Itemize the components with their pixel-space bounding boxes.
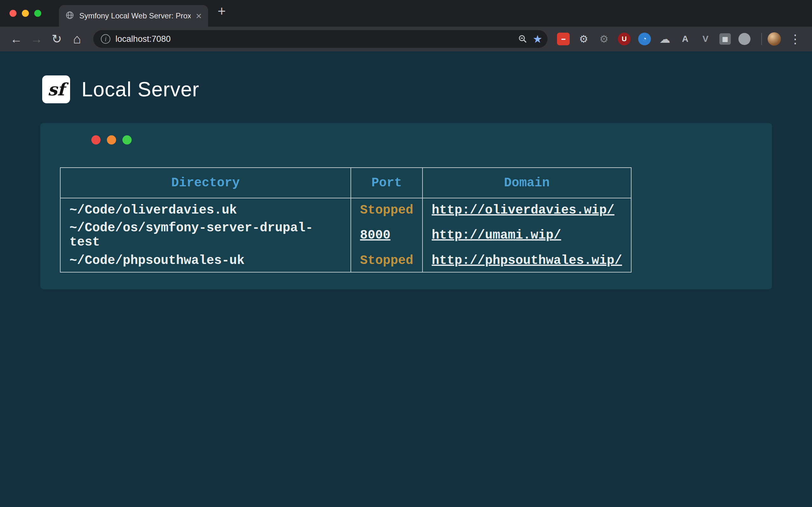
zoom-icon[interactable] <box>518 34 528 44</box>
letter-a-extension-glyph: A <box>682 35 688 43</box>
red-dots-extension-icon[interactable]: ••• <box>557 33 570 45</box>
card-green-dot-icon <box>122 135 132 145</box>
column-header-directory: Directory <box>60 168 351 198</box>
port-status: Stopped <box>360 203 413 217</box>
letter-v-extension-icon[interactable]: V <box>699 33 712 45</box>
card-orange-dot-icon <box>107 135 116 145</box>
tab-close-icon[interactable]: × <box>196 11 202 21</box>
grid-extension-glyph: ▦ <box>722 36 728 42</box>
port-link[interactable]: 8000 <box>360 228 391 242</box>
blue-circle-extension-icon[interactable]: ◔ <box>638 33 651 45</box>
page-content: sf Local Server Directory Port Domain ~/… <box>0 75 812 289</box>
globe-favicon-icon <box>65 11 74 21</box>
cloud-extension-icon[interactable]: ☁ <box>658 33 671 45</box>
letter-a-extension-icon[interactable]: A <box>679 33 692 45</box>
column-header-domain: Domain <box>422 168 631 198</box>
ublock-extension-glyph: U <box>622 36 627 43</box>
port-cell: Stopped <box>351 198 422 221</box>
profile-avatar[interactable] <box>768 32 781 46</box>
browser-tab[interactable]: Symfony Local Web Server: Prox × <box>59 5 208 26</box>
table-row: ~/Code/oliverdavies.uk Stopped http://ol… <box>60 198 631 221</box>
blue-circle-extension-glyph: ◔ <box>642 36 647 43</box>
port-status: Stopped <box>360 253 413 268</box>
red-dots-extension-glyph: ••• <box>561 37 565 42</box>
cloud-extension-glyph: ☁ <box>659 34 670 44</box>
page-title: Local Server <box>82 78 199 101</box>
domain-link[interactable]: http://oliverdavies.wip/ <box>432 203 614 217</box>
window-zoom-button[interactable] <box>34 10 41 17</box>
directory-cell: ~/Code/oliverdavies.uk <box>60 198 351 221</box>
gear-light-extension-icon[interactable]: ⚙ <box>577 33 590 45</box>
bookmark-star-icon[interactable]: ★ <box>533 33 542 45</box>
tab-bar: Symfony Local Web Server: Prox × + <box>0 0 812 26</box>
url-text[interactable]: localhost:7080 <box>115 34 171 44</box>
table-row: ~/Code/phpsouthwales-uk Stopped http://p… <box>60 249 631 272</box>
toolbar-separator <box>761 33 762 45</box>
back-button[interactable]: ← <box>7 33 26 45</box>
window-controls <box>9 0 41 26</box>
gear-dark-extension-icon[interactable]: ⚙ <box>598 33 610 45</box>
card-red-dot-icon <box>91 135 101 145</box>
ublock-extension-icon[interactable]: U <box>618 33 630 45</box>
tab-title: Symfony Local Web Server: Prox <box>79 11 191 20</box>
github-extension-icon[interactable] <box>739 33 751 45</box>
servers-table: Directory Port Domain ~/Code/oliverdavie… <box>60 167 631 273</box>
domain-cell: http://phpsouthwales.wip/ <box>422 249 631 272</box>
address-bar[interactable]: i localhost:7080 ★ <box>93 30 548 48</box>
domain-cell: http://umami.wip/ <box>422 221 631 249</box>
domain-link[interactable]: http://phpsouthwales.wip/ <box>432 253 622 268</box>
site-info-icon[interactable]: i <box>101 34 110 44</box>
letter-v-extension-glyph: V <box>703 35 709 43</box>
grid-extension-icon[interactable]: ▦ <box>719 33 731 45</box>
window-minimize-button[interactable] <box>22 10 29 17</box>
browser-toolbar: ← → ↻ ⌂ i localhost:7080 ★ ••• ⚙ ⚙ U ◔ ☁… <box>0 26 812 51</box>
port-cell: 8000 <box>351 221 422 249</box>
forward-button[interactable]: → <box>27 33 46 45</box>
table-header-row: Directory Port Domain <box>60 168 631 198</box>
home-button[interactable]: ⌂ <box>68 32 86 46</box>
directory-cell: ~/Code/os/symfony-server-drupal-test <box>60 221 351 249</box>
card-traffic-dots <box>91 135 132 145</box>
gear-dark-extension-glyph: ⚙ <box>600 34 609 44</box>
table-row: ~/Code/os/symfony-server-drupal-test 800… <box>60 221 631 249</box>
symfony-logo: sf <box>42 75 70 103</box>
gear-light-extension-glyph: ⚙ <box>579 34 589 44</box>
new-tab-button[interactable]: + <box>217 4 226 18</box>
extensions-strip: ••• ⚙ ⚙ U ◔ ☁ A V ▦ <box>557 33 751 45</box>
browser-menu-icon[interactable]: ⋮ <box>789 33 801 45</box>
reload-button[interactable]: ↻ <box>48 33 66 45</box>
window-close-button[interactable] <box>9 10 16 17</box>
column-header-port: Port <box>351 168 422 198</box>
directory-cell: ~/Code/phpsouthwales-uk <box>60 249 351 272</box>
server-card: Directory Port Domain ~/Code/oliverdavie… <box>40 123 772 289</box>
domain-link[interactable]: http://umami.wip/ <box>432 228 561 242</box>
port-cell: Stopped <box>351 249 422 272</box>
domain-cell: http://oliverdavies.wip/ <box>422 198 631 221</box>
page-header: sf Local Server <box>42 75 812 103</box>
